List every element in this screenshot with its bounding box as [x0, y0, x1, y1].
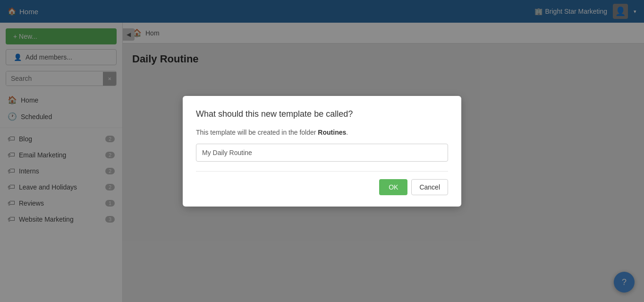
modal-divider — [196, 171, 448, 172]
modal-desc-end: . — [346, 129, 348, 136]
cancel-button[interactable]: Cancel — [411, 179, 448, 195]
modal-actions: OK Cancel — [196, 179, 448, 195]
modal: What should this new template be called?… — [183, 96, 461, 207]
ok-button[interactable]: OK — [379, 179, 407, 195]
modal-overlay: What should this new template be called?… — [0, 0, 644, 302]
modal-description: This template will be created in the fol… — [196, 129, 448, 136]
modal-title: What should this new template be called? — [196, 109, 448, 119]
modal-desc-text: This template will be created in the fol… — [196, 129, 318, 136]
template-name-input[interactable] — [196, 144, 448, 162]
modal-folder-name: Routines — [318, 129, 346, 136]
